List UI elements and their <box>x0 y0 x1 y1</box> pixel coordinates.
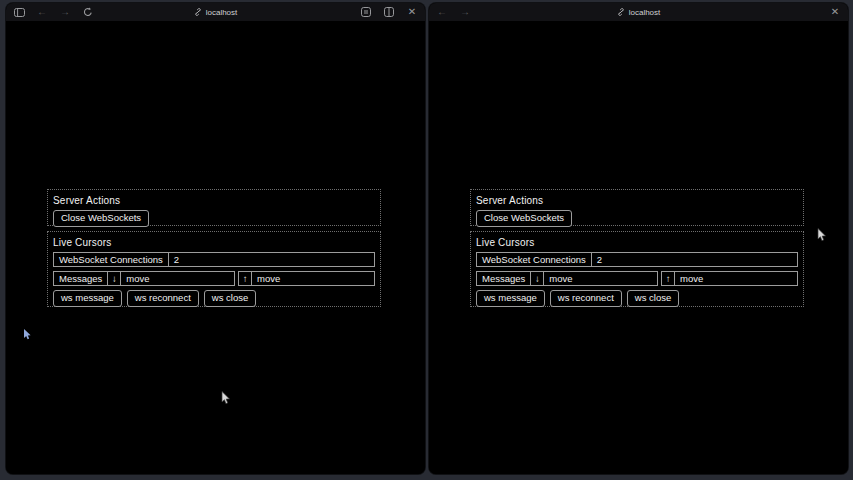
connections-label: WebSocket Connections <box>54 253 169 266</box>
connections-value: 2 <box>169 253 374 266</box>
ws-message-button[interactable]: ws message <box>476 290 545 307</box>
server-actions-panel: Server Actions Close WebSockets <box>470 189 804 226</box>
ws-close-button[interactable]: ws close <box>204 290 256 307</box>
page-content: Server Actions Close WebSockets Live Cur… <box>429 21 848 474</box>
messages-row: Messages ↓ move ↑ move <box>53 271 375 286</box>
messages-down-group: Messages ↓ move <box>476 271 658 286</box>
back-icon[interactable]: ← <box>35 5 49 19</box>
messages-up-group: ↑ move <box>238 271 375 286</box>
messages-row: Messages ↓ move ↑ move <box>476 271 798 286</box>
ws-message-button[interactable]: ws message <box>53 290 122 307</box>
up-arrow-icon: ↑ <box>239 272 252 285</box>
messages-up-group: ↑ move <box>661 271 798 286</box>
reload-icon[interactable] <box>81 5 95 19</box>
split-view-icon[interactable] <box>382 5 396 19</box>
live-cursors-title: Live Cursors <box>53 237 375 248</box>
address-title: localhost <box>429 3 848 21</box>
down-arrow-icon: ↓ <box>531 272 544 285</box>
ws-buttons-row: ws message ws reconnect ws close <box>53 290 375 307</box>
connections-label: WebSocket Connections <box>477 253 592 266</box>
server-actions-panel: Server Actions Close WebSockets <box>47 189 381 226</box>
browser-window-right: ← → localhost ✕ Server Actions Close Web… <box>429 3 848 474</box>
link-icon <box>194 8 202 16</box>
live-cursors-panel: Live Cursors WebSocket Connections 2 Mes… <box>47 231 381 307</box>
ws-reconnect-button[interactable]: ws reconnect <box>127 290 199 307</box>
browser-window-left: ← → localhost ✕ Server Actions Close Web… <box>6 3 425 474</box>
page-title: localhost <box>206 8 238 17</box>
forward-icon[interactable]: → <box>458 5 472 19</box>
server-actions-title: Server Actions <box>53 195 375 206</box>
reader-icon[interactable] <box>359 5 373 19</box>
close-icon[interactable]: ✕ <box>405 5 419 19</box>
close-websockets-button[interactable]: Close WebSockets <box>53 210 149 227</box>
ws-close-button[interactable]: ws close <box>627 290 679 307</box>
up-message-value: move <box>675 272 797 285</box>
ws-buttons-row: ws message ws reconnect ws close <box>476 290 798 307</box>
connections-row: WebSocket Connections 2 <box>476 252 798 267</box>
down-message-value: move <box>121 272 234 285</box>
page-title: localhost <box>629 8 661 17</box>
messages-label: Messages <box>477 272 531 285</box>
messages-label: Messages <box>54 272 108 285</box>
messages-down-group: Messages ↓ move <box>53 271 235 286</box>
connections-value: 2 <box>592 253 797 266</box>
down-arrow-icon: ↓ <box>108 272 121 285</box>
down-message-value: move <box>544 272 657 285</box>
up-arrow-icon: ↑ <box>662 272 675 285</box>
sidebar-toggle-icon[interactable] <box>12 5 26 19</box>
server-actions-title: Server Actions <box>476 195 798 206</box>
up-message-value: move <box>252 272 374 285</box>
close-websockets-button[interactable]: Close WebSockets <box>476 210 572 227</box>
titlebar[interactable]: ← → localhost ✕ <box>429 3 848 21</box>
page-content: Server Actions Close WebSockets Live Cur… <box>6 21 425 474</box>
close-icon[interactable]: ✕ <box>828 5 842 19</box>
live-cursors-panel: Live Cursors WebSocket Connections 2 Mes… <box>470 231 804 307</box>
ws-reconnect-button[interactable]: ws reconnect <box>550 290 622 307</box>
link-icon <box>617 8 625 16</box>
back-icon[interactable]: ← <box>435 5 449 19</box>
forward-icon[interactable]: → <box>58 5 72 19</box>
connections-row: WebSocket Connections 2 <box>53 252 375 267</box>
live-cursors-title: Live Cursors <box>476 237 798 248</box>
titlebar[interactable]: ← → localhost ✕ <box>6 3 425 21</box>
